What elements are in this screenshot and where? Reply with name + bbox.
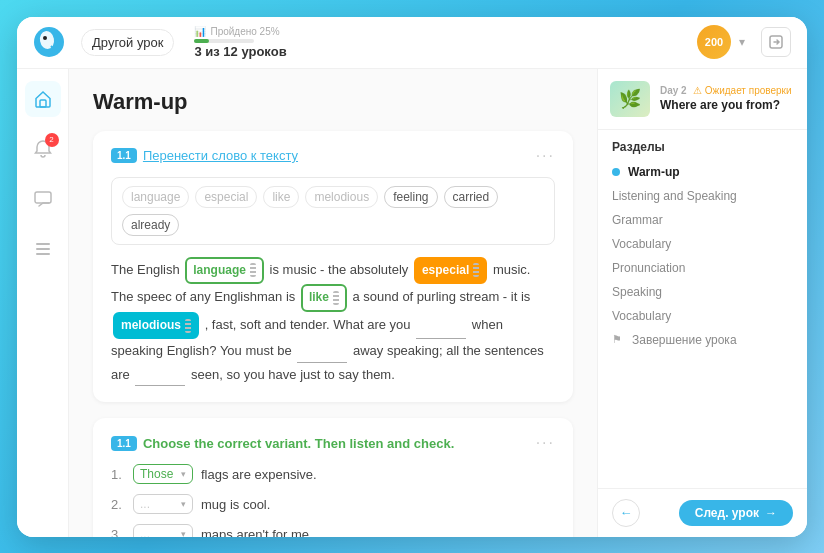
- section-item-vocabulary2[interactable]: Vocabulary: [612, 304, 793, 328]
- next-lesson-button[interactable]: След. урок →: [679, 500, 793, 526]
- sidebar-item-chat[interactable]: [25, 181, 61, 217]
- mc-item-2: 2. ... ▾ mug is cool.: [111, 494, 555, 514]
- section-item-warmup[interactable]: Warm-up: [612, 160, 793, 184]
- section-item-grammar[interactable]: Grammar: [612, 208, 793, 232]
- lesson-meta: Day 2 ⚠ Ожидает проверки Where are you f…: [660, 85, 795, 112]
- section-list: Warm-up Listening and Speaking Grammar V…: [598, 160, 807, 488]
- svg-point-2: [43, 36, 47, 40]
- exercise-header-1: 1.1 Перенести слово к тексту ···: [111, 147, 555, 165]
- notification-badge: 2: [45, 133, 59, 147]
- section-item-completion[interactable]: ⚑ Завершение урока: [612, 328, 793, 352]
- lesson-day: Day 2: [660, 85, 687, 96]
- sidebar-icons: 2: [17, 69, 69, 537]
- flag-icon: ⚑: [612, 333, 622, 346]
- mc-select-1[interactable]: Those ▾: [133, 464, 193, 484]
- progress-fill: [194, 39, 209, 43]
- user-avatar[interactable]: 200: [697, 25, 731, 59]
- exercise-card-1: 1.1 Перенести слово к тексту ··· languag…: [93, 131, 573, 403]
- word-chip-carried[interactable]: carried: [444, 186, 499, 208]
- progress-count: 3 из 12 уроков: [194, 44, 286, 59]
- app-container: Другой урок 📊 Пройдено 25% 3 из 12 уроко…: [17, 17, 807, 537]
- lesson-info: 🌿 Day 2 ⚠ Ожидает проверки Where are you…: [598, 69, 807, 130]
- progress-bar: [194, 39, 254, 43]
- other-lesson-button[interactable]: Другой урок: [81, 29, 174, 56]
- mc-item-1: 1. Those ▾ flags are expensive.: [111, 464, 555, 484]
- word-chip-feeling[interactable]: feeling: [384, 186, 437, 208]
- exercise-instruction-2: Choose the correct variant. Then listen …: [143, 436, 454, 451]
- app-logo: [33, 26, 65, 58]
- gap-language[interactable]: language: [185, 257, 264, 285]
- panel-navigation: ← След. урок →: [598, 488, 807, 537]
- exercise-tag-1: 1.1 Перенести слово к тексту: [111, 148, 298, 163]
- word-chip-like[interactable]: like: [263, 186, 299, 208]
- page-title: Warm-up: [93, 89, 573, 115]
- word-chip-especial[interactable]: especial: [195, 186, 257, 208]
- exercise-more-icon-2[interactable]: ···: [536, 434, 555, 452]
- chevron-down-icon-2: ▾: [181, 499, 186, 509]
- avatar-chevron-icon[interactable]: ▾: [739, 35, 745, 49]
- lesson-status: ⚠ Ожидает проверки: [693, 85, 792, 96]
- gap-like[interactable]: like: [301, 284, 347, 312]
- main-content: Warm-up 1.1 Перенести слово к тексту ···…: [69, 69, 597, 537]
- svg-rect-7: [36, 248, 50, 250]
- lesson-thumbnail: 🌿: [610, 81, 650, 117]
- body: 2 Warm-up: [17, 69, 807, 537]
- section-item-listening[interactable]: Listening and Speaking: [612, 184, 793, 208]
- other-lesson-label: Другой урок: [92, 35, 163, 50]
- gap-empty-2[interactable]: [297, 345, 347, 363]
- progress-label: 📊 Пройдено 25%: [194, 26, 286, 37]
- svg-rect-8: [36, 253, 50, 255]
- mc-select-2[interactable]: ... ▾: [133, 494, 193, 514]
- exercise-tag-2: 1.1 Choose the correct variant. Then lis…: [111, 436, 454, 451]
- right-panel: 🌿 Day 2 ⚠ Ожидает проверки Where are you…: [597, 69, 807, 537]
- exercise-num-2: 1.1: [111, 436, 137, 451]
- word-chip-language[interactable]: language: [122, 186, 189, 208]
- svg-rect-6: [36, 243, 50, 245]
- gap-empty-1[interactable]: [416, 321, 466, 339]
- exercise-num-1: 1.1: [111, 148, 137, 163]
- svg-rect-4: [40, 100, 46, 107]
- sidebar-item-home[interactable]: [25, 81, 61, 117]
- exercise-more-icon-1[interactable]: ···: [536, 147, 555, 165]
- mc-item-3: 3. ... ▾ maps aren't for me.: [111, 524, 555, 536]
- exercise-header-2: 1.1 Choose the correct variant. Then lis…: [111, 434, 555, 452]
- exercise-card-2: 1.1 Choose the correct variant. Then lis…: [93, 418, 573, 536]
- sidebar-item-list[interactable]: [25, 231, 61, 267]
- sections-label: Разделы: [598, 130, 807, 160]
- gap-especial[interactable]: especial: [414, 257, 487, 285]
- section-dot: [612, 168, 620, 176]
- exercise-text: The English language is music - the abso…: [111, 257, 555, 387]
- warning-icon: ⚠: [693, 85, 702, 96]
- prev-lesson-button[interactable]: ←: [612, 499, 640, 527]
- chevron-down-icon: ▾: [181, 469, 186, 479]
- section-item-vocabulary1[interactable]: Vocabulary: [612, 232, 793, 256]
- exit-button[interactable]: [761, 27, 791, 57]
- section-item-pronunciation[interactable]: Pronunciation: [612, 256, 793, 280]
- word-chip-already[interactable]: already: [122, 214, 179, 236]
- mc-select-3[interactable]: ... ▾: [133, 524, 193, 536]
- gap-melodious[interactable]: melodious: [113, 312, 199, 340]
- next-arrow-icon: →: [765, 506, 777, 520]
- sidebar-item-notifications[interactable]: 2: [25, 131, 61, 167]
- word-chip-melodious[interactable]: melodious: [305, 186, 378, 208]
- svg-rect-5: [35, 192, 51, 203]
- multiple-choice-list: 1. Those ▾ flags are expensive. 2. ... ▾: [111, 464, 555, 536]
- chevron-down-icon-3: ▾: [181, 529, 186, 536]
- header: Другой урок 📊 Пройдено 25% 3 из 12 уроко…: [17, 17, 807, 69]
- word-bank: language especial like melodious feeling…: [111, 177, 555, 245]
- gap-empty-3[interactable]: [135, 368, 185, 386]
- section-item-speaking[interactable]: Speaking: [612, 280, 793, 304]
- lesson-progress: 📊 Пройдено 25% 3 из 12 уроков: [194, 26, 286, 59]
- lesson-title: Where are you from?: [660, 98, 795, 112]
- exercise-instruction-1: Перенести слово к тексту: [143, 148, 298, 163]
